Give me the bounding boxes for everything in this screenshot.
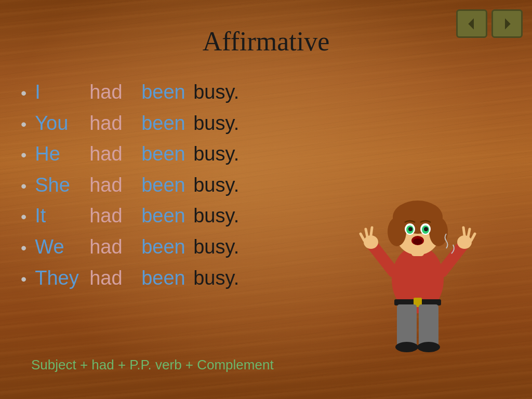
svg-point-16 [413,238,422,245]
been-0: been [141,81,188,104]
bullet-3: • [21,176,26,196]
subject-5: We [35,235,84,259]
svg-point-24 [364,235,378,249]
svg-line-27 [463,228,464,235]
subject-2: He [35,142,84,166]
svg-rect-19 [397,304,417,346]
sentence-row: • They had been busy. [21,267,239,290]
svg-point-14 [424,227,428,231]
svg-point-26 [457,235,472,249]
svg-rect-8 [394,216,441,227]
bullet-0: • [21,83,26,103]
had-6: had [89,267,136,290]
complement-2: busy. [193,142,239,166]
character-illustration [345,160,490,357]
been-1: been [141,112,188,136]
been-6: been [141,267,188,290]
svg-line-28 [468,229,470,237]
sentence-row: • He had been busy. [21,142,239,166]
had-4: had [89,204,136,228]
presentation-slide: Affirmative • I had been busy. • You had… [0,0,532,399]
sentence-row: • You had been busy. [21,112,239,136]
svg-point-13 [408,227,413,231]
subject-6: They [35,267,84,290]
complement-0: busy. [193,81,239,104]
sentence-list: • I had been busy. • You had been busy. … [21,81,239,290]
been-5: been [141,235,188,259]
subject-3: She [35,174,84,197]
back-button[interactable] [456,9,487,38]
sentence-row: • We had been busy. [21,235,239,259]
bullet-1: • [21,114,26,134]
had-3: had [89,174,136,197]
grammar-formula: Subject + had + P.P. verb + Complement [31,357,274,373]
been-4: been [141,204,188,228]
svg-point-21 [395,342,418,352]
been-3: been [141,174,188,197]
slide-title: Affirmative [0,26,532,57]
subject-0: I [35,81,84,104]
complement-5: busy. [193,235,239,259]
complement-4: busy. [193,204,239,228]
bullet-5: • [21,238,26,258]
complement-1: busy. [193,112,239,136]
svg-line-29 [471,234,475,241]
bullet-2: • [21,145,26,165]
been-2: been [141,142,188,166]
nav-buttons [456,9,523,38]
subject-4: It [35,204,84,228]
sentence-row: • I had been busy. [21,81,239,104]
svg-line-31 [366,229,367,237]
svg-line-32 [361,234,364,241]
subject-1: You [35,112,84,136]
bullet-4: • [21,207,26,227]
sentence-row: • It had been busy. [21,204,239,228]
bullet-6: • [21,269,26,289]
had-5: had [89,235,136,259]
complement-6: busy. [193,267,239,290]
sentence-row: • She had been busy. [21,174,239,197]
complement-3: busy. [193,174,239,197]
svg-rect-20 [419,304,438,346]
svg-point-22 [417,342,440,352]
had-0: had [89,81,136,104]
svg-marker-1 [505,18,511,29]
had-1: had [89,112,136,136]
sentence-content: • I had been busy. • You had been busy. … [21,81,239,297]
had-2: had [89,142,136,166]
svg-marker-0 [468,18,474,29]
svg-line-30 [371,228,372,235]
forward-button[interactable] [491,9,523,38]
